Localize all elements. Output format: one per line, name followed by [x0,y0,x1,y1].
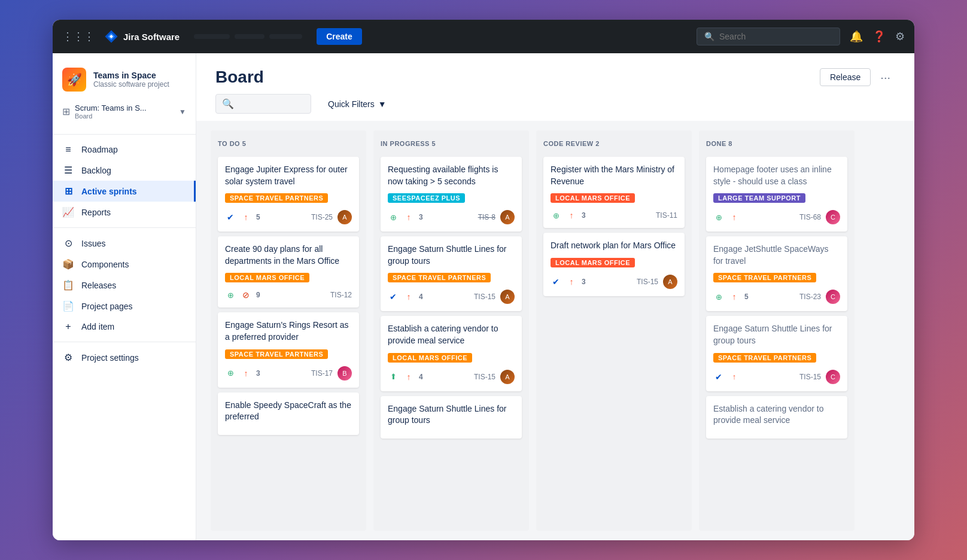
ticket-id-tis68: TIS-68 [799,213,821,221]
card-todo4[interactable]: Enable Speedy SpaceCraft as the preferre… [218,392,359,435]
board-selector-info: Scrum: Teams in S... Board [75,104,147,120]
sidebar-item-components[interactable]: 📦 Components [53,254,196,275]
card-tis25[interactable]: Engage Jupiter Express for outer solar s… [218,157,359,232]
priority-icon-tis11: ↑ [566,210,577,221]
card-tis12[interactable]: Create 90 day plans for all departments … [218,236,359,308]
card-footer-tis12: ⊕ ⊘ 9 TIS-12 [225,290,352,300]
ticket-id-tis8: TIS-8 [478,213,495,221]
create-button[interactable]: Create [317,28,362,45]
card-tis15-done[interactable]: Engage Saturn Shuttle Lines for group to… [706,316,847,391]
card-title-tis11: Register with the Mars Ministry of Reven… [551,164,677,187]
card-tis68[interactable]: Homepage footer uses an inline style - s… [706,157,847,232]
card-tis15-draft[interactable]: Draft network plan for Mars Office LOCAL… [543,233,685,296]
ticket-id-tis17: TIS-17 [311,369,333,378]
notifications-icon[interactable]: 🔔 [850,30,863,43]
nav-pill-3 [269,34,302,39]
search-box[interactable]: 🔍 [697,28,840,45]
more-options-button[interactable]: ··· [875,68,895,87]
board-search-icon: 🔍 [222,98,234,109]
jira-logo-icon [104,29,118,44]
priority-icon-tis23: ↑ [729,291,740,302]
card-label-tis68: LARGE TEAM SUPPORT [713,193,805,203]
card-title-tis12: Create 90 day plans for all departments … [225,244,352,267]
board-body: TO DO 5 Engage Jupiter Express for outer… [196,121,914,540]
priority-icon-tis68: ↑ [729,212,740,223]
ticket-id-tis15-prog: TIS-15 [474,293,495,301]
app-name: Jira Software [123,32,180,42]
story-points-tis15-catering: 4 [419,373,423,381]
sidebar-item-reports[interactable]: 📈 Reports [53,202,196,223]
ticket-id-tis11: TIS-11 [656,211,677,220]
app-container: ⋮⋮⋮ Jira Software Create 🔍 🔔 ❓ ⚙ [53,20,914,540]
board-selector[interactable]: ⊞ Scrum: Teams in S... Board ▼ [53,101,196,129]
board-selector-icon: ⊞ [62,106,70,117]
card-tis8[interactable]: Requesting available flights is now taki… [381,157,522,232]
board-search-box[interactable]: 🔍 [215,94,311,114]
column-header-codereview: CODE REVIEW 2 [543,138,685,152]
card-tis15-prog[interactable]: Engage Saturn Shuttle Lines for group to… [381,236,522,311]
card-tis17[interactable]: Engage Saturn's Rings Resort as a prefer… [218,312,359,387]
sidebar-item-releases[interactable]: 📋 Releases [53,275,196,296]
story-icon-tis68: ⊕ [713,212,724,223]
project-type: Classic software project [93,80,169,89]
project-settings-icon: ⚙ [62,352,74,363]
card-footer-tis17: ⊕ ↑ 3 TIS-17 B [225,366,352,381]
sidebar-label-active-sprints: Active sprints [81,187,137,196]
help-icon[interactable]: ❓ [872,30,886,43]
card-tis11[interactable]: Register with the Mars Ministry of Reven… [543,157,685,228]
ticket-id-tis23: TIS-23 [799,293,821,301]
card-label-tis15-prog: SPACE TRAVEL PARTNERS [388,273,491,282]
card-title-tis17: Engage Saturn's Rings Resort as a prefer… [225,319,352,343]
story-icon-tis17: ⊕ [225,368,236,379]
block-icon-tis12: ⊘ [241,290,251,300]
sidebar-item-roadmap[interactable]: ≡ Roadmap [53,139,196,160]
ticket-id-tis25: TIS-25 [311,213,333,221]
column-codereview: CODE REVIEW 2 Register with the Mars Min… [536,130,692,531]
ticket-id-tis12: TIS-12 [330,291,352,299]
avatar-tis15-catering: A [500,370,515,384]
sidebar-item-active-sprints[interactable]: ⊞ Active sprints [53,181,196,202]
sidebar-label-reports: Reports [81,208,111,217]
card-prog4[interactable]: Engage Saturn Shuttle Lines for group to… [381,396,522,439]
card-title-tis8: Requesting available flights is now taki… [388,164,515,187]
quick-filters-button[interactable]: Quick Filters ▼ [321,96,394,112]
sidebar-item-project-settings[interactable]: ⚙ Project settings [53,347,196,368]
avatar-tis8: A [500,210,515,224]
card-tis23[interactable]: Engage JetShuttle SpaceWays for travel S… [706,236,847,311]
story-points-tis15-prog: 4 [419,293,423,301]
sidebar-label-roadmap: Roadmap [81,145,118,154]
card-title-tis15-catering: Establish a catering vendor to provide m… [388,323,515,346]
card-title-tis23: Engage JetShuttle SpaceWays for travel [713,244,840,267]
check-icon-tis25: ✔ [225,212,236,223]
card-tis15-catering[interactable]: Establish a catering vendor to provide m… [381,316,522,391]
search-input[interactable] [719,32,832,41]
card-done4[interactable]: Establish a catering vendor to provide m… [706,396,847,439]
sidebar-label-add-item: Add item [81,322,114,331]
sidebar-item-add-item[interactable]: + Add item [53,316,196,337]
card-title-tis15-prog: Engage Saturn Shuttle Lines for group to… [388,244,515,267]
release-button[interactable]: Release [820,68,871,86]
sidebar-label-project-pages: Project pages [81,302,133,311]
sidebar-divider-3 [53,342,196,342]
card-title-tis15-draft: Draft network plan for Mars Office [551,240,677,252]
reports-icon: 📈 [62,206,74,218]
board-header-actions: Release ··· [820,68,895,87]
backlog-icon: ☰ [62,165,74,176]
sidebar-item-project-pages[interactable]: 📄 Project pages [53,296,196,316]
priority-icon-tis15-catering: ↑ [403,372,414,382]
avatar-tis15-draft: A [663,275,677,289]
avatar-tis17: B [337,366,352,381]
ticket-id-tis15-draft: TIS-15 [637,278,658,286]
settings-icon[interactable]: ⚙ [895,30,905,43]
story-icon-tis15-catering: ⬆ [388,372,399,382]
grid-icon[interactable]: ⋮⋮⋮ [62,30,95,43]
sidebar-item-issues[interactable]: ⊙ Issues [53,233,196,254]
sidebar-divider-1 [53,134,196,135]
sidebar-item-backlog[interactable]: ☰ Backlog [53,160,196,181]
project-pages-icon: 📄 [62,300,74,312]
story-icon-tis8: ⊕ [388,212,399,223]
card-footer-tis25: ✔ ↑ 5 TIS-25 A [225,210,352,224]
roadmap-icon: ≡ [62,144,74,155]
top-nav: ⋮⋮⋮ Jira Software Create 🔍 🔔 ❓ ⚙ [53,20,914,53]
story-points-tis12: 9 [256,291,260,299]
